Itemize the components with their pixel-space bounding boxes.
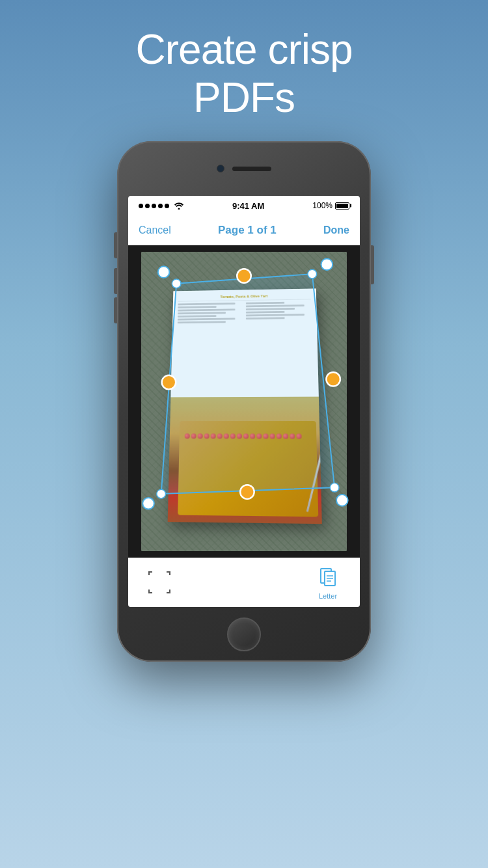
headline: Create crisp PDFs [136,0,353,122]
tart-top [182,431,315,511]
battery-fill [336,204,348,208]
battery-percent: 100% [312,201,332,210]
signal-dot-1 [139,204,143,208]
expand-arrow-topleft [148,571,157,580]
battery-area: 100% [312,201,349,210]
expand-button[interactable] [148,571,171,594]
phone-device: 9:41 AM 100% Cancel Page 1 of 1 Done [117,141,371,662]
carpet-background: Tomato, Pasta & Olive Tart [141,252,347,551]
wifi-icon [174,202,184,210]
document-photo: Tomato, Pasta & Olive Tart [141,252,347,551]
phone-screen: 9:41 AM 100% Cancel Page 1 of 1 Done [128,196,360,607]
phone-top-bar [117,141,371,196]
letter-format-button[interactable]: Letter [316,565,340,600]
signal-dot-3 [152,204,156,208]
home-button[interactable] [227,617,261,651]
recipe-paper: Tomato, Pasta & Olive Tart [168,288,322,524]
expand-arrow-topright [161,571,170,580]
letter-icon [316,565,340,590]
signal-dot-5 [165,204,169,208]
phone-chin [227,607,261,662]
headline-line2: PDFs [193,74,295,121]
page-title: Page 1 of 1 [218,224,277,237]
food-photo [168,397,322,524]
bottom-toolbar: Letter [128,558,360,607]
signal-area [139,202,184,210]
status-time: 9:41 AM [232,201,264,211]
scan-area: Tomato, Pasta & Olive Tart [128,245,360,558]
status-bar: 9:41 AM 100% [128,196,360,215]
letter-label: Letter [319,592,337,600]
done-button[interactable]: Done [323,224,349,236]
expand-arrow-bottomright [161,584,170,593]
expand-arrow-bottomleft [148,584,157,593]
nav-bar: Cancel Page 1 of 1 Done [128,215,360,245]
front-camera [217,165,224,172]
cancel-button[interactable]: Cancel [139,224,171,236]
headline-line1: Create crisp [136,26,353,73]
signal-dot-2 [145,204,150,208]
battery-icon [335,202,349,210]
recipe-title: Tomato, Pasta & Olive Tart [178,293,311,302]
signal-dot-4 [158,204,163,208]
speaker-grille [232,167,271,171]
